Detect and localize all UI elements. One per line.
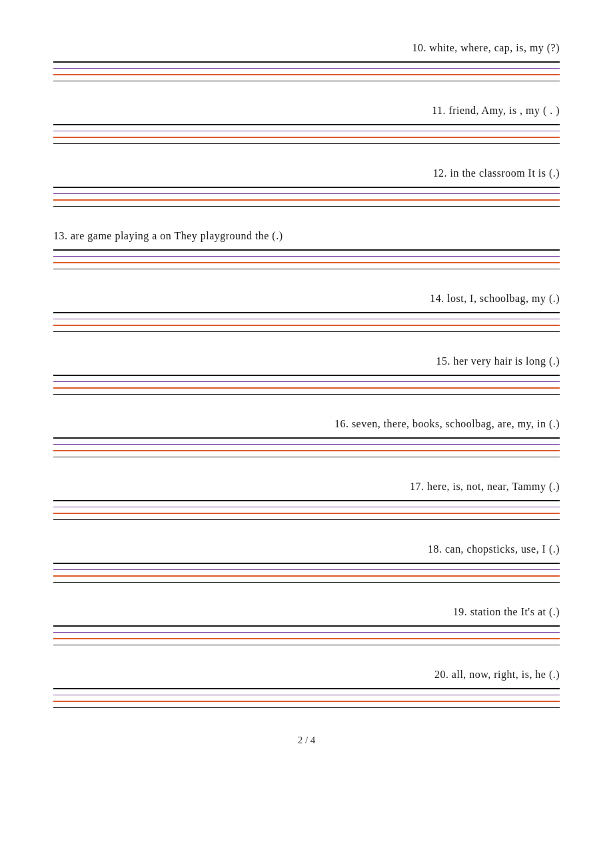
writing-line-purple [53, 193, 560, 195]
writing-line-black-2 [53, 707, 560, 709]
question-16-text: 16. seven, there, books, schoolbag, are,… [53, 416, 560, 432]
writing-line-black-2 [53, 457, 560, 458]
question-20-text: 20. all, now, right, is, he (.) [53, 667, 560, 683]
writing-line-red [53, 575, 560, 577]
writing-line-black-1 [53, 437, 560, 439]
writing-line-purple [53, 507, 560, 508]
question-12: 12. in the classroom It is (.) [53, 165, 560, 207]
writing-line-black-2 [53, 331, 560, 333]
question-19-text: 19. station the It's at (.) [53, 604, 560, 620]
writing-line-purple [53, 381, 560, 383]
question-20-lines [53, 688, 560, 708]
writing-line-red [53, 137, 560, 138]
worksheet-content: 10. white, where, cap, is, my (?)11. fri… [53, 40, 560, 746]
writing-line-black-1 [53, 500, 560, 501]
question-15: 15. her very hair is long (.) [53, 353, 560, 395]
question-15-text: 15. her very hair is long (.) [53, 353, 560, 369]
question-18: 18. can, chopsticks, use, I (.) [53, 541, 560, 583]
writing-line-black-1 [53, 625, 560, 627]
writing-line-purple [53, 569, 560, 571]
writing-line-red [53, 387, 560, 389]
writing-line-purple [53, 444, 560, 445]
writing-line-red [53, 199, 560, 201]
writing-line-black-2 [53, 519, 560, 521]
writing-line-black-2 [53, 269, 560, 270]
page-footer: 2 / 4 [53, 735, 560, 746]
writing-line-black-1 [53, 249, 560, 251]
question-12-lines [53, 187, 560, 207]
writing-line-purple [53, 256, 560, 257]
writing-line-red [53, 450, 560, 451]
writing-line-black-2 [53, 394, 560, 395]
question-13: 13. are game playing a on They playgroun… [53, 228, 560, 269]
question-10: 10. white, where, cap, is, my (?) [53, 40, 560, 81]
writing-line-black-2 [53, 143, 560, 145]
question-17-lines [53, 500, 560, 520]
writing-line-purple [53, 632, 560, 633]
question-19: 19. station the It's at (.) [53, 604, 560, 645]
writing-line-black-2 [53, 582, 560, 583]
question-14-lines [53, 312, 560, 332]
writing-line-purple [53, 319, 560, 320]
writing-line-red [53, 74, 560, 75]
writing-line-black-2 [53, 206, 560, 207]
question-11-text: 11. friend, Amy, is , my ( . ) [53, 103, 560, 119]
question-17: 17. here, is, not, near, Tammy (.) [53, 479, 560, 520]
writing-line-black-1 [53, 187, 560, 188]
writing-line-purple [53, 695, 560, 696]
question-13-text: 13. are game playing a on They playgroun… [53, 228, 560, 244]
question-20: 20. all, now, right, is, he (.) [53, 667, 560, 708]
writing-line-red [53, 513, 560, 514]
question-18-lines [53, 563, 560, 583]
writing-line-red [53, 638, 560, 639]
writing-line-red [53, 262, 560, 263]
writing-line-black-1 [53, 375, 560, 376]
question-10-lines [53, 61, 560, 81]
question-14: 14. lost, I, schoolbag, my (.) [53, 291, 560, 332]
question-15-lines [53, 375, 560, 395]
question-13-lines [53, 249, 560, 269]
question-18-text: 18. can, chopsticks, use, I (.) [53, 541, 560, 557]
writing-line-purple [53, 68, 560, 69]
question-19-lines [53, 625, 560, 645]
writing-line-black-1 [53, 124, 560, 125]
page-number: 2 / 4 [298, 735, 316, 745]
question-17-text: 17. here, is, not, near, Tammy (.) [53, 479, 560, 495]
question-12-text: 12. in the classroom It is (.) [53, 165, 560, 181]
writing-line-black-1 [53, 688, 560, 689]
writing-line-purple [53, 131, 560, 132]
writing-line-red [53, 325, 560, 326]
question-14-text: 14. lost, I, schoolbag, my (.) [53, 291, 560, 307]
question-11: 11. friend, Amy, is , my ( . ) [53, 103, 560, 144]
writing-line-red [53, 701, 560, 702]
writing-line-black-2 [53, 645, 560, 646]
question-16: 16. seven, there, books, schoolbag, are,… [53, 416, 560, 457]
writing-line-black-1 [53, 61, 560, 63]
writing-line-black-2 [53, 81, 560, 82]
writing-line-black-1 [53, 312, 560, 313]
writing-line-black-1 [53, 563, 560, 564]
question-11-lines [53, 124, 560, 144]
question-10-text: 10. white, where, cap, is, my (?) [53, 40, 560, 56]
question-16-lines [53, 437, 560, 457]
questions-container: 10. white, where, cap, is, my (?)11. fri… [53, 40, 560, 708]
